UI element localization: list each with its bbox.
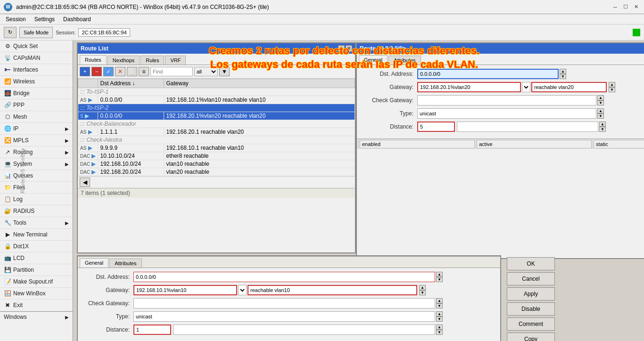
apply-button[interactable]: Apply	[507, 287, 555, 300]
b-type-scroll-down[interactable]: ▼	[436, 317, 443, 322]
b-dist-scroll-down[interactable]: ▼	[436, 330, 443, 335]
b-dst-scroll-up[interactable]: ▲	[436, 272, 443, 277]
type-scroll-down[interactable]: ▼	[597, 114, 604, 119]
sidebar-item-queues[interactable]: 📊 Queues	[0, 170, 73, 182]
table-row[interactable]: DAC ▶ 10.10.10.0/24 ether8 reachable	[78, 152, 355, 160]
bottom-tab-attributes[interactable]: Attributes	[109, 259, 141, 268]
comment-button[interactable]: Comment	[507, 317, 555, 331]
bottom-cg-input[interactable]	[133, 298, 435, 309]
search-input[interactable]	[150, 67, 193, 76]
sidebar-item-dot1x[interactable]: 🔒 Dot1X	[0, 241, 73, 252]
bottom-dist-extra-input[interactable]	[173, 325, 435, 335]
menu-settings[interactable]: Settings	[31, 15, 58, 24]
sidebar-item-ip[interactable]: 🌐 IP ▶	[0, 123, 73, 135]
sidebar-windows-section[interactable]: Windows ▶	[0, 311, 73, 322]
b-gw-scroll-down[interactable]: ▼	[419, 290, 426, 295]
maximize-button[interactable]: ☐	[621, 3, 630, 11]
minimize-button[interactable]: ─	[611, 3, 619, 11]
bottom-gw-select[interactable]: ▼	[238, 285, 247, 295]
dist-scroll-up[interactable]: ▲	[599, 122, 606, 127]
gw-scroll-down[interactable]: ▼	[609, 87, 615, 92]
distance-input[interactable]	[417, 122, 455, 132]
sidebar-item-files[interactable]: 📁 Files	[0, 182, 73, 194]
sidebar-item-ppp[interactable]: 🔗 PPP	[0, 99, 73, 111]
dst-address-input[interactable]	[417, 69, 559, 79]
b-cg-scroll-down[interactable]: ▼	[436, 303, 443, 309]
tab-routes[interactable]: Routes	[80, 55, 107, 65]
sidebar-item-log[interactable]: 📋 Log	[0, 194, 73, 205]
sidebar-item-interfaces[interactable]: Interfaces	[0, 64, 73, 76]
disable-button[interactable]: Disable	[507, 302, 555, 316]
type-input[interactable]	[417, 108, 596, 119]
sidebar-item-routing[interactable]: ↗ Routing ▶	[0, 146, 73, 158]
cg-scroll-down[interactable]: ▼	[597, 100, 604, 106]
dist-scroll-down[interactable]: ▼	[599, 127, 606, 132]
search-dropdown-button[interactable]: ▼	[219, 67, 230, 76]
bottom-gw-option-input[interactable]	[248, 285, 417, 295]
tab-rules[interactable]: Rules	[140, 56, 164, 65]
dst-scroll-down[interactable]: ▼	[560, 74, 566, 79]
edit-route-button[interactable]: ✓	[103, 67, 114, 76]
bottom-dst-input[interactable]	[133, 272, 435, 282]
b-gw-scroll-up[interactable]: ▲	[419, 285, 426, 290]
sidebar-item-new-winbox[interactable]: 🪟 New WinBox	[0, 288, 73, 300]
sidebar-item-quickset[interactable]: ⚙ Quick Set	[0, 41, 73, 52]
table-row[interactable]: AS ▶ 0.0.0.0/0 192.168.10.1%vlan10 reach…	[78, 96, 355, 104]
copy-button[interactable]: Copy	[507, 333, 555, 341]
col-gateway[interactable]: Gateway	[164, 79, 355, 88]
b-type-scroll-up[interactable]: ▲	[436, 311, 443, 317]
check-gateway-input[interactable]	[417, 95, 596, 106]
bottom-gw-input[interactable]	[133, 285, 237, 295]
panel-close-btn[interactable]: ✕	[346, 45, 352, 52]
table-row-selected[interactable]: S ▶ 0.0.0.0/0 192.168.20.1%vlan20 reacha…	[78, 112, 355, 120]
copy-route-button[interactable]: ✕	[115, 67, 125, 76]
sidebar-item-wireless[interactable]: 📶 Wireless	[0, 76, 73, 88]
bottom-dist-input[interactable]	[133, 325, 171, 335]
sidebar-item-make-supout[interactable]: 📝 Make Supout.rif	[0, 276, 73, 288]
cancel-button[interactable]: Cancel	[507, 272, 555, 285]
panel-minimize-btn[interactable]: _	[338, 45, 345, 52]
detail-tab-general[interactable]: General	[359, 55, 388, 65]
b-dist-scroll-up[interactable]: ▲	[436, 325, 443, 330]
sidebar-item-capsman[interactable]: 📡 CAPsMAN	[0, 52, 73, 64]
ok-button[interactable]: OK	[507, 257, 555, 270]
table-row[interactable]: DAC ▶ 192.168.20.0/24 vlan20 reachable	[78, 168, 355, 176]
sidebar-item-system[interactable]: 💻 System ▶	[0, 158, 73, 170]
scroll-left-btn[interactable]: ◀	[80, 178, 90, 187]
table-row[interactable]: AS ▶ 1.1.1.1 192.168.20.1 reachable vlan…	[78, 128, 355, 136]
bottom-tab-general[interactable]: General	[80, 258, 108, 268]
gateway-select[interactable]: ▼	[522, 82, 530, 92]
refresh-button[interactable]: ↻	[4, 27, 17, 38]
table-row[interactable]: DAC ▶ 192.168.10.0/24 vlan10 reachable	[78, 160, 355, 168]
filter-button[interactable]: ≡	[139, 67, 149, 76]
b-cg-scroll-up[interactable]: ▲	[436, 298, 443, 303]
dst-scroll-up[interactable]: ▲	[560, 69, 566, 74]
sidebar-item-partition[interactable]: 💾 Partition	[0, 264, 73, 276]
remove-route-button[interactable]: −	[91, 67, 102, 76]
gw-scroll-up[interactable]: ▲	[609, 82, 615, 87]
paste-route-button[interactable]: ⬜	[127, 67, 137, 76]
col-dst-address[interactable]: Dst Address ↓	[98, 79, 164, 88]
tab-vrf[interactable]: VRF	[165, 56, 186, 65]
add-route-button[interactable]: +	[80, 67, 90, 76]
gateway-option-input[interactable]	[531, 82, 607, 92]
sidebar-item-radius[interactable]: 🔐 RADIUS	[0, 205, 73, 217]
sidebar-item-new-terminal[interactable]: ▶ New Terminal	[0, 229, 73, 241]
safe-mode-button[interactable]: Safe Mode	[19, 27, 53, 38]
detail-tab-attributes[interactable]: Attributes	[388, 56, 421, 65]
sidebar-item-mpls[interactable]: 🔀 MPLS ▶	[0, 135, 73, 146]
col-flag[interactable]	[78, 79, 98, 88]
b-dst-scroll-down[interactable]: ▼	[436, 277, 443, 282]
sidebar-item-lcd[interactable]: 📺 LCD	[0, 252, 73, 264]
cg-scroll-up[interactable]: ▲	[597, 95, 604, 100]
search-select[interactable]: all	[194, 67, 218, 76]
tab-nexthops[interactable]: Nexthops	[107, 56, 140, 65]
distance-extra-input[interactable]	[457, 122, 598, 132]
bottom-type-input[interactable]	[133, 311, 435, 322]
sidebar-item-bridge[interactable]: 🌉 Bridge	[0, 88, 73, 99]
table-row[interactable]: AS ▶ 9.9.9.9 192.168.10.1 reachable vlan…	[78, 144, 355, 152]
close-button[interactable]: ✕	[632, 3, 640, 11]
type-scroll-up[interactable]: ▲	[597, 108, 604, 114]
sidebar-item-tools[interactable]: 🔧 Tools ▶	[0, 217, 73, 229]
sidebar-item-mesh[interactable]: ⬡ Mesh	[0, 111, 73, 123]
